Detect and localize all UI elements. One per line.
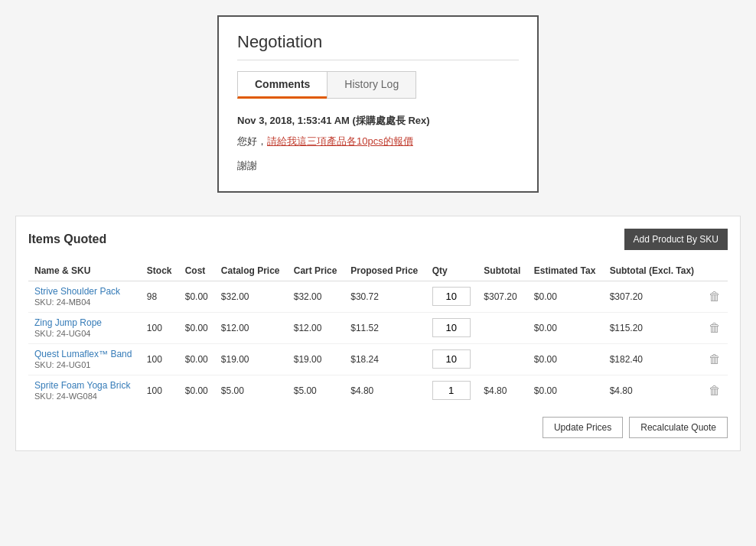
items-title: Items Quoted [28, 232, 106, 246]
product-link[interactable]: Sprite Foam Yoga Brick [34, 380, 130, 391]
product-name-sku: Sprite Foam Yoga Brick SKU: 24-WG084 [28, 375, 141, 406]
update-prices-button[interactable]: Update Prices [543, 417, 623, 438]
sku-text: SKU: 24-MB04 [34, 297, 90, 307]
product-name-sku: Quest Lumaflex™ Band SKU: 24-UG01 [28, 343, 141, 375]
comment-timestamp: Nov 3, 2018, 1:53:41 AM (採購處處長 Rex) [237, 114, 519, 128]
table-body: Strive Shoulder Pack SKU: 24-MB04 98 $0.… [28, 281, 728, 406]
negotiation-dialog: Negotiation Comments History Log Nov 3, … [217, 15, 539, 193]
product-link[interactable]: Zing Jump Rope [34, 317, 102, 328]
cart-price-cell: $19.00 [288, 343, 344, 375]
qty-input[interactable]: 10 [432, 318, 471, 337]
items-section: Items Quoted Add Product By SKU Name & S… [15, 216, 741, 451]
cart-price-cell: $5.00 [288, 375, 344, 406]
subtotal-excl-cell: $4.80 [604, 375, 703, 406]
qty-input[interactable]: 10 [432, 287, 471, 306]
cost-cell: $0.00 [179, 343, 215, 375]
comment-link: 請給我這三項產品各10pcs的報價 [267, 135, 413, 147]
catalog-price-cell: $5.00 [215, 375, 288, 406]
items-header: Items Quoted Add Product By SKU [28, 229, 728, 250]
items-table: Name & SKU Stock Cost Catalog Price Cart… [28, 261, 728, 406]
delete-icon[interactable]: 🗑 [709, 290, 721, 303]
sku-text: SKU: 24-UG04 [34, 329, 90, 338]
col-proposed-price: Proposed Price [344, 261, 426, 281]
delete-icon[interactable]: 🗑 [709, 384, 721, 397]
product-link[interactable]: Strive Shoulder Pack [34, 286, 120, 297]
catalog-price-cell: $12.00 [215, 312, 288, 343]
col-stock: Stock [141, 261, 179, 281]
table-row: Quest Lumaflex™ Band SKU: 24-UG01 100 $0… [28, 343, 728, 375]
delete-cell: 🗑 [702, 375, 728, 406]
delete-cell: 🗑 [702, 343, 728, 375]
catalog-price-cell: $19.00 [215, 343, 288, 375]
subtotal-cell [477, 343, 528, 375]
subtotal-excl-cell: $115.20 [604, 312, 703, 343]
comment-thanks: 謝謝 [237, 159, 519, 173]
dialog-title: Negotiation [237, 32, 519, 60]
table-header: Name & SKU Stock Cost Catalog Price Cart… [28, 261, 728, 281]
proposed-price-cell: $30.72 [344, 281, 426, 312]
cart-price-cell: $12.00 [288, 312, 344, 343]
add-product-button[interactable]: Add Product By SKU [624, 229, 728, 250]
col-actions [702, 261, 728, 281]
col-cart-price: Cart Price [288, 261, 344, 281]
cost-cell: $0.00 [179, 281, 215, 312]
product-name-sku: Zing Jump Rope SKU: 24-UG04 [28, 312, 141, 343]
sku-text: SKU: 24-WG084 [34, 392, 97, 401]
col-subtotal: Subtotal [477, 261, 528, 281]
tab-history-log[interactable]: History Log [327, 71, 416, 99]
qty-input[interactable]: 1 [432, 381, 471, 400]
proposed-price-cell: $4.80 [344, 375, 426, 406]
tab-comments[interactable]: Comments [237, 71, 327, 99]
sku-text: SKU: 24-UG01 [34, 360, 90, 369]
delete-icon[interactable]: 🗑 [709, 321, 721, 334]
est-tax-cell: $0.00 [528, 281, 604, 312]
stock-cell: 100 [141, 312, 179, 343]
subtotal-cell [477, 312, 528, 343]
stock-cell: 100 [141, 343, 179, 375]
table-row: Zing Jump Rope SKU: 24-UG04 100 $0.00 $1… [28, 312, 728, 343]
table-row: Strive Shoulder Pack SKU: 24-MB04 98 $0.… [28, 281, 728, 312]
subtotal-excl-cell: $182.40 [604, 343, 703, 375]
col-cost: Cost [179, 261, 215, 281]
stock-cell: 98 [141, 281, 179, 312]
cost-cell: $0.00 [179, 312, 215, 343]
col-subtotal-excl: Subtotal (Excl. Tax) [604, 261, 703, 281]
stock-cell: 100 [141, 375, 179, 406]
subtotal-excl-cell: $307.20 [604, 281, 703, 312]
cost-cell: $0.00 [179, 375, 215, 406]
delete-icon[interactable]: 🗑 [709, 353, 721, 366]
recalculate-quote-button[interactable]: Recalculate Quote [629, 417, 728, 438]
delete-cell: 🗑 [702, 312, 728, 343]
est-tax-cell: $0.00 [528, 375, 604, 406]
comment-greeting: 您好， [237, 135, 267, 147]
qty-input[interactable]: 10 [432, 349, 471, 369]
est-tax-cell: $0.00 [528, 312, 604, 343]
catalog-price-cell: $32.00 [215, 281, 288, 312]
proposed-price-cell: $11.52 [344, 312, 426, 343]
cart-price-cell: $32.00 [288, 281, 344, 312]
qty-cell: 1 [426, 375, 478, 406]
delete-cell: 🗑 [702, 281, 728, 312]
table-row: Sprite Foam Yoga Brick SKU: 24-WG084 100… [28, 375, 728, 406]
qty-cell: 10 [426, 343, 478, 375]
col-est-tax: Estimated Tax [528, 261, 604, 281]
subtotal-cell: $4.80 [477, 375, 528, 406]
product-link[interactable]: Quest Lumaflex™ Band [34, 349, 132, 359]
proposed-price-cell: $18.24 [344, 343, 426, 375]
subtotal-cell: $307.20 [477, 281, 528, 312]
col-catalog-price: Catalog Price [215, 261, 288, 281]
comment-body: 您好，請給我這三項產品各10pcs的報價 [237, 134, 519, 150]
tabs-row: Comments History Log [237, 71, 519, 99]
product-name-sku: Strive Shoulder Pack SKU: 24-MB04 [28, 281, 141, 312]
col-name-sku: Name & SKU [28, 261, 141, 281]
col-qty: Qty [426, 261, 478, 281]
footer-buttons: Update Prices Recalculate Quote [28, 417, 728, 438]
qty-cell: 10 多了一個商品 [426, 312, 478, 343]
qty-cell: 10 [426, 281, 478, 312]
est-tax-cell: $0.00 [528, 343, 604, 375]
